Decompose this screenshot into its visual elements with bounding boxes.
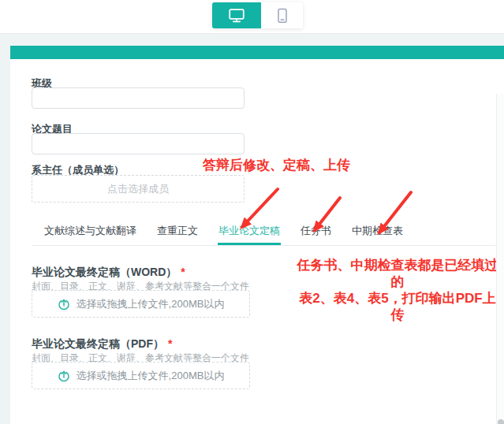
member-select-picker[interactable]: 点击选择成员: [32, 175, 245, 203]
scrollbar-track[interactable]: [496, 94, 504, 424]
section-title-word: 毕业论文最终定稿（WORD）*: [32, 266, 185, 280]
upload-icon: [58, 370, 70, 382]
tab-bar: 文献综述与文献翻译 查重正文 毕业论文定稿 任务书 中期检查表: [32, 224, 495, 246]
upload-dropzone-text: 选择或拖拽上传文件,200MB以内: [77, 369, 225, 383]
upload-dropzone-text: 选择或拖拽上传文件,200MB以内: [77, 297, 225, 311]
member-select-placeholder: 点击选择成员: [107, 182, 169, 196]
form-builder-preview: 班级 论文题目 系主任（成员单选） 点击选择成员 文献综述与文献翻译 查重正文 …: [0, 0, 504, 424]
device-toggle: [212, 2, 303, 28]
required-asterisk: *: [168, 337, 172, 350]
section-title-pdf: 毕业论文最终定稿（PDF）*: [32, 337, 172, 351]
annotation-note-prefilled-forms: 任务书、中期检查表都是已经填过的 表2、表4、表5，打印输出PDF上传: [294, 257, 501, 323]
tab-task-book[interactable]: 任务书: [300, 224, 332, 245]
tab-plagiarism-text[interactable]: 查重正文: [156, 224, 199, 245]
preview-topbar: [0, 0, 504, 34]
scrollbar-thumb[interactable]: [498, 419, 504, 424]
upload-icon: [58, 298, 70, 311]
form-canvas: 班级 论文题目 系主任（成员单选） 点击选择成员 文献综述与文献翻译 查重正文 …: [0, 34, 504, 424]
desktop-preview-button[interactable]: [212, 2, 261, 28]
upload-dropzone-pdf[interactable]: 选择或拖拽上传文件,200MB以内: [32, 362, 250, 389]
class-input[interactable]: [32, 87, 245, 109]
tab-literature-review[interactable]: 文献综述与文献翻译: [43, 224, 137, 245]
required-asterisk: *: [181, 266, 185, 278]
mobile-preview-button[interactable]: [261, 2, 303, 28]
annotation-note-revise-upload: 答辩后修改、定稿、上传: [203, 157, 350, 173]
phone-icon: [277, 8, 288, 24]
monitor-icon: [228, 8, 245, 24]
tab-final-thesis[interactable]: 毕业论文定稿: [218, 224, 281, 245]
tab-midterm-check[interactable]: 中期检查表: [351, 224, 404, 245]
upload-dropzone-word[interactable]: 选择或拖拽上传文件,200MB以内: [32, 290, 250, 318]
thesis-title-input[interactable]: [32, 133, 245, 154]
form-card: 班级 论文题目 系主任（成员单选） 点击选择成员 文献综述与文献翻译 查重正文 …: [10, 46, 504, 424]
form-card-header-bar: [10, 46, 504, 59]
